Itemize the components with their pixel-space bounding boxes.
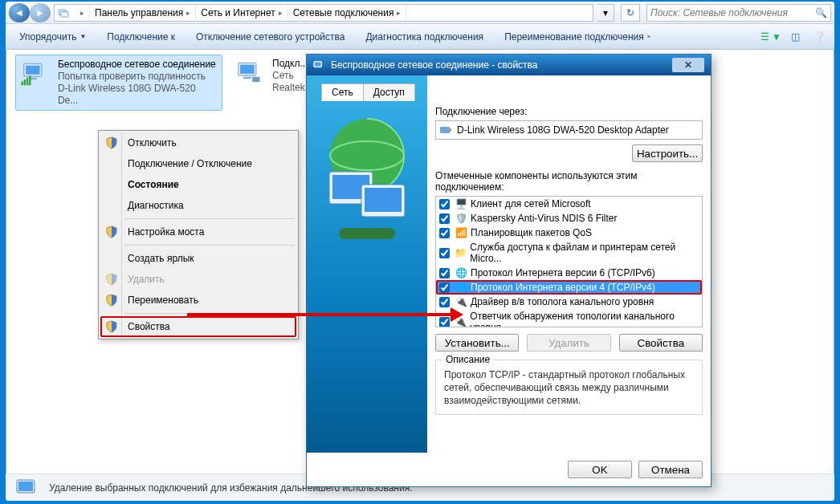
search-box[interactable]: 🔍 — [646, 4, 831, 22]
description-group: Описание Протокол TCP/IP - стандартный п… — [435, 360, 703, 415]
component-item[interactable]: 📁Служба доступа к файлам и принтерам сет… — [436, 240, 702, 266]
component-properties-button[interactable]: Свойства — [619, 334, 703, 352]
component-checkbox[interactable] — [439, 317, 450, 327]
context-menu: Отключить Подключение / Отключение Состо… — [98, 130, 299, 339]
svg-rect-10 — [240, 65, 254, 74]
svg-rect-12 — [252, 77, 260, 82]
adapter-field: D-Link Wireless 108G DWA-520 Desktop Ada… — [435, 120, 703, 140]
component-item[interactable]: 🔌Ответчик обнаружения топологии канально… — [436, 309, 702, 327]
tab-access[interactable]: Доступ — [363, 83, 415, 101]
dialog-title: Беспроводное сетевое соединение - свойст… — [331, 59, 666, 71]
nav-forward-button[interactable]: ► — [30, 3, 51, 22]
svg-rect-14 — [315, 63, 321, 67]
component-checkbox[interactable] — [439, 199, 450, 209]
component-checkbox[interactable] — [439, 248, 450, 258]
nav-back-button[interactable]: ◄ — [9, 3, 30, 22]
install-button[interactable]: Установить... — [435, 334, 519, 352]
adapter-icon — [439, 124, 452, 136]
component-label: Служба доступа к файлам и принтерам сете… — [470, 242, 699, 264]
components-label: Отмеченные компоненты используются этим … — [435, 170, 703, 193]
ctx-connect-disconnect[interactable]: Подключение / Отключение — [100, 153, 296, 174]
rename-button[interactable]: Переименование подключения» — [495, 27, 659, 47]
component-label: Протокол Интернета версии 6 (TCP/IPv6) — [471, 267, 655, 278]
connection-device: D-Link Wireless 108G DWA-520 De... — [58, 83, 218, 107]
description-text: Протокол TCP/IP - стандартный протокол г… — [444, 368, 694, 408]
search-input[interactable] — [650, 7, 815, 18]
connect-to-button[interactable]: Подключение к — [98, 27, 184, 47]
component-checkbox[interactable] — [439, 297, 450, 307]
component-item[interactable]: 🛡️Kaspersky Anti-Virus NDIS 6 Filter — [436, 211, 702, 226]
view-options-button[interactable]: ☰▼ — [760, 28, 781, 46]
component-item[interactable]: 📶Планировщик пакетов QoS — [436, 226, 702, 240]
breadcrumb-item[interactable]: Сетевые подключения▸ — [288, 5, 407, 21]
dialog-titlebar[interactable]: Беспроводное сетевое соединение - свойст… — [307, 55, 711, 75]
dialog-sidebar — [307, 75, 427, 453]
address-bar: ◄ ► ▸ Панель управления▸ Сеть и Интернет… — [6, 2, 834, 24]
svg-rect-5 — [22, 82, 23, 86]
ctx-state[interactable]: Состояние — [100, 174, 296, 195]
annotation-arrow — [187, 313, 452, 316]
breadcrumb-item[interactable]: Панель управления▸ — [90, 5, 196, 21]
organize-button[interactable]: Упорядочить▼ — [10, 27, 95, 47]
svg-rect-22 — [440, 127, 450, 133]
component-item[interactable]: 🔌Драйвер в/в тополога канального уровня — [436, 295, 702, 309]
connection-name: Беспроводное сетевое соединение — [58, 59, 218, 71]
svg-rect-23 — [450, 128, 451, 132]
component-checkbox[interactable] — [439, 228, 450, 238]
component-label: Клиент для сетей Microsoft — [471, 198, 591, 209]
remove-button: Удалить — [527, 334, 610, 352]
breadcrumb-root-chevron[interactable]: ▸ — [72, 5, 90, 21]
explorer-window: ◄ ► ▸ Панель управления▸ Сеть и Интернет… — [6, 2, 834, 501]
ok-button[interactable]: OK — [568, 461, 632, 478]
breadcrumb[interactable]: ▸ Панель управления▸ Сеть и Интернет▸ Се… — [54, 4, 593, 22]
component-label: Протокол Интернета версии 4 (TCP/IPv4) — [471, 282, 655, 293]
component-checkbox[interactable] — [439, 268, 450, 278]
diagnose-button[interactable]: Диагностика подключения — [357, 27, 492, 47]
preview-pane-button[interactable]: ◫ — [785, 28, 805, 46]
component-checkbox[interactable] — [439, 282, 450, 293]
toolbar: Упорядочить▼ Подключение к Отключение се… — [6, 24, 834, 50]
wireless-icon — [19, 59, 51, 89]
breadcrumb-item[interactable]: Сеть и Интернет▸ — [196, 5, 287, 21]
svg-rect-3 — [26, 66, 39, 75]
protocol-icon: 🌐 — [455, 267, 467, 278]
ctx-shortcut[interactable]: Создать ярлык — [100, 248, 296, 269]
shield-icon — [105, 273, 118, 286]
component-checkbox[interactable] — [439, 213, 450, 224]
component-item-ipv4[interactable]: 🌐Протокол Интернета версии 4 (TCP/IPv4) — [436, 280, 702, 295]
service-icon: 📶 — [455, 227, 467, 238]
component-label: Kaspersky Anti-Virus NDIS 6 Filter — [471, 213, 618, 224]
driver-icon: 🔌 — [455, 296, 467, 307]
svg-rect-25 — [18, 482, 33, 491]
properties-dialog: Беспроводное сетевое соединение - свойст… — [306, 54, 712, 487]
component-item[interactable]: 🖥️Клиент для сетей Microsoft — [436, 197, 702, 211]
client-icon: 🖥️ — [455, 198, 467, 209]
svg-rect-11 — [243, 77, 251, 79]
svg-rect-7 — [27, 78, 28, 86]
components-list[interactable]: 🖥️Клиент для сетей Microsoft 🛡️Kaspersky… — [435, 196, 703, 327]
connection-wireless[interactable]: Беспроводное сетевое соединение Попытка … — [15, 55, 222, 111]
shield-icon — [105, 226, 118, 238]
configure-button[interactable]: Настроить... — [632, 144, 703, 162]
ctx-delete: Удалить — [100, 269, 296, 290]
service-icon: 🛡️ — [455, 213, 467, 224]
tab-network[interactable]: Сеть — [321, 83, 364, 101]
ctx-disable[interactable]: Отключить — [100, 132, 296, 153]
close-button[interactable]: ✕ — [672, 58, 704, 72]
protocol-icon: 🌐 — [455, 282, 467, 293]
component-item[interactable]: 🌐Протокол Интернета версии 6 (TCP/IPv6) — [436, 266, 702, 280]
shield-icon — [105, 320, 118, 333]
svg-rect-8 — [29, 75, 31, 85]
ctx-bridge[interactable]: Настройка моста — [100, 222, 296, 242]
disable-device-button[interactable]: Отключение сетевого устройства — [187, 27, 353, 47]
ctx-diagnostics[interactable]: Диагностика — [100, 195, 296, 216]
connection-status: Попытка проверить подлинность — [58, 71, 218, 83]
refresh-button[interactable]: ↻ — [621, 4, 640, 22]
svg-rect-1 — [61, 11, 68, 17]
address-history-button[interactable]: ▾ — [597, 4, 614, 22]
cancel-button[interactable]: Отмена — [638, 461, 703, 478]
ctx-rename[interactable]: Переименовать — [100, 290, 296, 311]
help-button[interactable]: ❔ — [809, 28, 830, 46]
ctx-properties[interactable]: Свойства — [100, 316, 296, 337]
location-icon — [55, 5, 72, 21]
